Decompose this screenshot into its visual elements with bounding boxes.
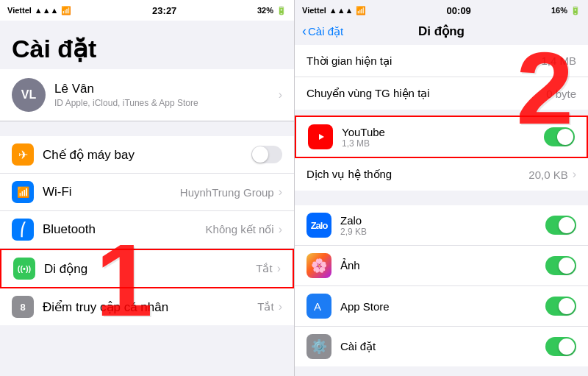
settings-item-hotspot[interactable]: 8 Điểm truy cập cá nhân Tắt ›	[0, 288, 294, 325]
bluetooth-label: Bluetooth	[43, 222, 206, 237]
system-value: 20,0 KB	[528, 169, 567, 181]
right-status-right: 16% 🔋	[551, 6, 581, 15]
zalo-app-info: Zalo 2,9 KB	[340, 214, 545, 237]
airplane-toggle[interactable]	[251, 146, 282, 163]
airplane-icon: ✈	[12, 143, 34, 166]
caidat-toggle[interactable]	[545, 337, 576, 356]
left-battery: 32%	[257, 6, 273, 15]
settings-app-icon: ⚙️	[306, 334, 331, 359]
right-signal-icon: ▲▲▲	[329, 6, 354, 15]
settings-item-didong[interactable]: ((•)) Di động Tắt ›	[0, 249, 294, 288]
youtube-app-icon	[308, 124, 333, 149]
photos-app-icon: 🌸	[306, 253, 331, 278]
didong-label: Di động	[44, 261, 256, 277]
left-carrier: Viettel	[7, 6, 32, 15]
hotspot-icon: 8	[12, 296, 34, 318]
current-time-value: 1,4 MB	[541, 54, 576, 67]
right-status-bar: Viettel ▲▲▲ 📶 00:09 16% 🔋	[295, 0, 588, 21]
left-battery-icon: 🔋	[276, 6, 287, 15]
right-wifi-icon: 📶	[356, 6, 366, 15]
page-title: Cài đặt	[12, 34, 282, 63]
right-page-title: Di động	[418, 24, 465, 39]
right-carrier: Viettel	[302, 6, 326, 15]
bluetooth-chevron-icon: ›	[279, 223, 282, 236]
back-button[interactable]: ‹ Cài đặt	[302, 24, 343, 39]
youtube-toggle[interactable]	[544, 127, 575, 146]
right-status-left: Viettel ▲▲▲ 📶	[302, 6, 366, 15]
appstore-toggle[interactable]	[545, 297, 576, 316]
left-wifi-icon: 📶	[61, 6, 71, 15]
wifi-icon: 📶	[12, 181, 34, 203]
settings-group: ✈ Chế độ máy bay 📶 Wi-Fi HuynhTrung Grou…	[0, 136, 294, 325]
caidat-app-info: Cài đặt	[340, 340, 545, 353]
hotspot-label: Điểm truy cập cá nhân	[43, 299, 257, 315]
app-row-caidat[interactable]: ⚙️ Cài đặt	[295, 327, 588, 366]
youtube-app-name: YouTube	[342, 126, 544, 138]
profile-name: Lê Vân	[54, 82, 279, 96]
back-chevron-icon: ‹	[302, 24, 306, 39]
left-title-area: Cài đặt	[0, 21, 294, 69]
wifi-label: Wi-Fi	[43, 185, 180, 199]
info-row-roaming: Chuyển vùng TG hiện tại 0 byte	[295, 77, 588, 110]
caidat-app-name: Cài đặt	[340, 340, 545, 353]
anh-app-name: Ảnh	[340, 259, 545, 272]
profile-info: Lê Vân ID Apple, iCloud, iTunes & App St…	[54, 82, 279, 108]
apps-group: Zalo Zalo 2,9 KB 🌸 Ảnh A	[295, 205, 588, 366]
right-nav: ‹ Cài đặt Di động	[295, 21, 588, 45]
wifi-value: HuynhTrung Group	[180, 186, 274, 199]
left-signal-icon: ▲▲▲	[35, 6, 59, 15]
left-panel: Viettel ▲▲▲ 📶 23:27 32% 🔋 Cài đặt VL Lê …	[0, 0, 294, 376]
system-chevron-icon: ›	[573, 168, 576, 181]
current-time-label: Thời gian hiện tại	[306, 54, 392, 68]
profile-chevron-icon: ›	[279, 88, 282, 102]
settings-item-airplane[interactable]: ✈ Chế độ máy bay	[0, 136, 294, 174]
back-label: Cài đặt	[308, 25, 343, 38]
zalo-app-icon: Zalo	[306, 213, 331, 238]
avatar: VL	[12, 78, 46, 112]
youtube-app-size: 1,3 MB	[342, 138, 544, 149]
airplane-label: Chế độ máy bay	[43, 147, 251, 163]
system-services-group: Dịch vụ hệ thống 20,0 KB ›	[295, 158, 588, 191]
anh-app-info: Ảnh	[340, 259, 545, 272]
right-time: 00:09	[447, 5, 471, 16]
zalo-app-size: 2,9 KB	[340, 227, 545, 237]
zalo-toggle[interactable]	[545, 216, 576, 235]
profile-subtitle: ID Apple, iCloud, iTunes & App Store	[54, 98, 279, 108]
app-row-anh[interactable]: 🌸 Ảnh	[295, 246, 588, 286]
roaming-label: Chuyển vùng TG hiện tại	[306, 87, 430, 100]
settings-item-bluetooth[interactable]: ⎛ Bluetooth Không kết nối ›	[0, 211, 294, 249]
info-group: Thời gian hiện tại 1,4 MB Chuyển vùng TG…	[295, 45, 588, 110]
appstore-app-name: App Store	[340, 300, 545, 313]
anh-toggle[interactable]	[545, 256, 576, 275]
app-row-zalo[interactable]: Zalo Zalo 2,9 KB	[295, 205, 588, 246]
settings-item-wifi[interactable]: 📶 Wi-Fi HuynhTrung Group ›	[0, 174, 294, 211]
right-content: Thời gian hiện tại 1,4 MB Chuyển vùng TG…	[295, 45, 588, 376]
bluetooth-icon: ⎛	[12, 219, 34, 241]
app-row-appstore[interactable]: A App Store	[295, 286, 588, 327]
left-status-left: Viettel ▲▲▲ 📶	[7, 6, 71, 15]
hotspot-value: Tắt	[257, 300, 273, 313]
divider	[295, 191, 588, 205]
zalo-app-name: Zalo	[340, 214, 545, 227]
left-status-right: 32% 🔋	[257, 6, 287, 15]
appstore-app-info: App Store	[340, 300, 545, 313]
didong-chevron-icon: ›	[277, 262, 281, 275]
youtube-app-info: YouTube 1,3 MB	[342, 126, 544, 149]
roaming-value: 0 byte	[546, 88, 576, 100]
wifi-chevron-icon: ›	[279, 185, 282, 199]
svg-text:A: A	[314, 300, 321, 313]
left-status-bar: Viettel ▲▲▲ 📶 23:27 32% 🔋	[0, 0, 294, 21]
profile-row[interactable]: VL Lê Vân ID Apple, iCloud, iTunes & App…	[0, 69, 294, 121]
hotspot-chevron-icon: ›	[279, 300, 282, 313]
left-time: 23:27	[152, 5, 176, 16]
bluetooth-value: Không kết nối	[206, 223, 274, 236]
info-row-system[interactable]: Dịch vụ hệ thống 20,0 KB ›	[295, 158, 588, 191]
app-row-youtube[interactable]: YouTube 1,3 MB	[295, 116, 588, 158]
system-label: Dịch vụ hệ thống	[306, 168, 392, 181]
didong-icon: ((•))	[13, 258, 35, 280]
info-row-current-time: Thời gian hiện tại 1,4 MB	[295, 45, 588, 77]
didong-value: Tắt	[256, 262, 272, 275]
right-battery-icon: 🔋	[570, 6, 581, 15]
appstore-app-icon: A	[306, 294, 331, 319]
right-panel: Viettel ▲▲▲ 📶 00:09 16% 🔋 ‹ Cài đặt Di đ…	[294, 0, 588, 376]
